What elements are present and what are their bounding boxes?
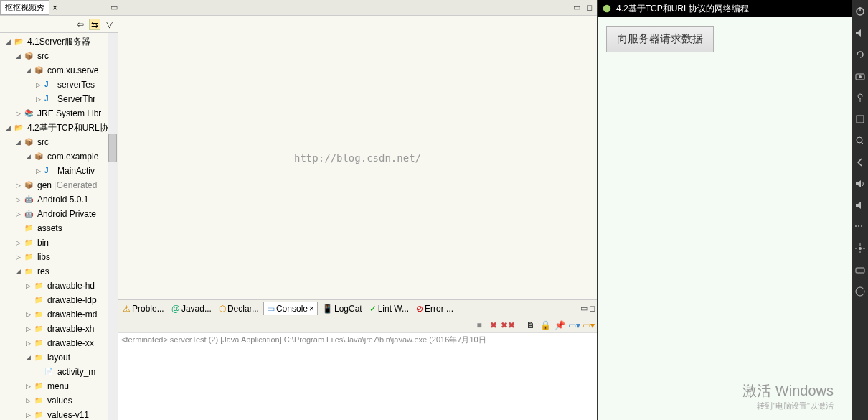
expand-arrow-icon[interactable]: ◢ [16,52,23,60]
expand-arrow-icon[interactable]: ▷ [16,210,23,218]
request-data-button[interactable]: 向服务器请求数据 [606,26,714,52]
expand-arrow-icon[interactable] [26,297,33,304]
tree-item[interactable]: ◢res [0,264,118,279]
minimize-icon[interactable]: ▭ [580,304,588,313]
terminate-icon[interactable]: ■ [473,319,485,331]
clear-icon[interactable]: 🗎 [525,319,537,331]
open-console-icon[interactable]: ▭▾ [582,319,594,331]
expand-arrow-icon[interactable]: ▷ [26,325,33,332]
tree-item[interactable]: ▷libs [0,250,118,264]
rotate-icon[interactable] [854,49,866,60]
link-icon[interactable]: ⇆ [89,19,100,30]
expand-arrow-icon[interactable] [16,225,23,232]
expand-arrow-icon[interactable]: ▷ [26,383,33,390]
tree-item[interactable]: ▷Android Private [0,207,118,221]
keyboard-icon[interactable] [854,264,866,276]
tab-console[interactable]: ▭Console × [263,302,318,315]
maximize-icon[interactable]: ◻ [589,304,595,313]
pin-icon[interactable]: 📌 [554,319,565,331]
expand-arrow-icon[interactable]: ▷ [16,196,23,203]
expand-arrow-icon[interactable]: ▷ [26,311,33,318]
expand-arrow-icon[interactable]: ▷ [16,239,23,246]
tree-item[interactable]: ◢com.example [0,149,118,164]
expand-arrow-icon[interactable]: ◢ [26,354,33,361]
expand-arrow-icon[interactable]: ◢ [6,38,13,45]
tree-label: src [37,137,49,147]
expand-arrow-icon[interactable]: ▷ [26,282,33,289]
volume-icon[interactable] [854,27,866,39]
tree-item[interactable]: ▷drawable-hd [0,279,118,293]
tree-item[interactable]: ▷drawable-xx [0,336,118,350]
maximize-icon[interactable]: ◻ [586,3,593,12]
help-icon[interactable] [854,286,866,297]
tree-item[interactable]: ▷JRE System Libr [0,106,118,121]
menu-icon[interactable]: ▽ [103,19,115,30]
expand-arrow-icon[interactable]: ▷ [26,411,33,419]
location-icon[interactable] [854,92,866,103]
expand-arrow-icon[interactable]: ▷ [36,95,43,103]
expand-arrow-icon[interactable]: ▷ [36,81,43,88]
expand-arrow-icon[interactable]: ◢ [26,153,33,160]
tree-item[interactable]: ◢4.1Server服务器 [0,34,118,49]
minimize-icon[interactable]: ▭ [110,3,118,12]
tree-item[interactable]: ▷values [0,393,118,408]
project-tree[interactable]: ◢4.1Server服务器◢src◢com.xu.serve▷serverTes… [0,33,118,420]
tab-javad[interactable]: @Javad... [169,302,214,315]
tree-item[interactable]: ▷drawable-md [0,307,118,322]
minimize-icon[interactable]: ▭ [573,3,580,12]
tree-item[interactable]: ▷values-v11 [0,408,118,420]
remove-all-icon[interactable]: ✖✖ [502,319,514,331]
expand-arrow-icon[interactable] [36,368,43,375]
tree-item[interactable]: ▷serverTes [0,78,118,92]
expand-arrow-icon[interactable]: ▷ [16,110,23,117]
display-icon[interactable]: ▭▾ [568,319,580,331]
tree-item[interactable]: drawable-ldp [0,293,118,307]
tree-label: ServerThr [57,94,95,104]
expand-arrow-icon[interactable]: ▷ [26,397,33,404]
camera-icon[interactable] [854,70,866,82]
remove-icon[interactable]: ✖ [488,319,499,331]
expand-arrow-icon[interactable]: ◢ [6,124,13,131]
expand-arrow-icon[interactable]: ◢ [26,67,33,74]
scrollbar-thumb[interactable] [108,134,117,162]
tree-item[interactable]: assets [0,221,118,235]
expand-arrow-icon[interactable]: ▷ [16,253,23,261]
tree-item[interactable]: ◢src [0,135,118,149]
tree-item[interactable]: ◢com.xu.serve [0,63,118,78]
expand-arrow-icon[interactable]: ▷ [16,182,23,189]
tab-logcat[interactable]: 📱LogCat [319,302,365,315]
tree-item[interactable]: ▷ServerThr [0,92,118,106]
close-icon[interactable]: × [49,3,60,13]
tree-item[interactable]: ◢src [0,49,118,63]
settings-icon[interactable] [854,243,866,254]
back-icon[interactable]: ⇦ [75,19,86,30]
scrollbar[interactable] [108,33,118,420]
tree-item[interactable]: ▷gen [Generated [0,178,118,192]
expand-arrow-icon[interactable]: ▷ [26,340,33,347]
volume-down-icon[interactable] [854,200,866,211]
tab-declar[interactable]: ⬡Declar... [216,302,262,315]
back-icon[interactable] [854,157,866,168]
tree-item[interactable]: activity_m [0,365,118,379]
expand-arrow-icon[interactable]: ▷ [36,167,43,174]
tree-item[interactable]: ▷MainActiv [0,164,118,178]
tree-item[interactable]: ▷drawable-xh [0,322,118,336]
expand-arrow-icon[interactable]: ◢ [16,139,23,146]
tree-item[interactable]: ◢4.2基于TCP和URL协 [0,121,118,135]
tree-item[interactable]: ◢layout [0,350,118,365]
power-icon[interactable] [854,6,866,17]
tab-error[interactable]: ⊘Error ... [413,302,456,315]
tree-item[interactable]: ▷bin [0,235,118,250]
tab-lintw[interactable]: ✓Lint W... [367,302,412,315]
zoom-icon[interactable] [854,135,866,146]
explorer-tab[interactable]: 抠抠视频秀 [0,0,49,15]
tree-item[interactable]: ▷Android 5.0.1 [0,192,118,207]
scroll-lock-icon[interactable]: 🔒 [539,319,551,331]
volume-up-icon[interactable] [854,178,866,190]
tab-proble[interactable]: ⚠Proble... [120,302,167,315]
expand-arrow-icon[interactable]: ◢ [16,268,23,275]
close-icon[interactable]: × [309,304,314,314]
tree-item[interactable]: ▷menu [0,379,118,393]
more-icon[interactable]: ⋯ [854,221,866,233]
screenshot-icon[interactable] [854,113,866,125]
